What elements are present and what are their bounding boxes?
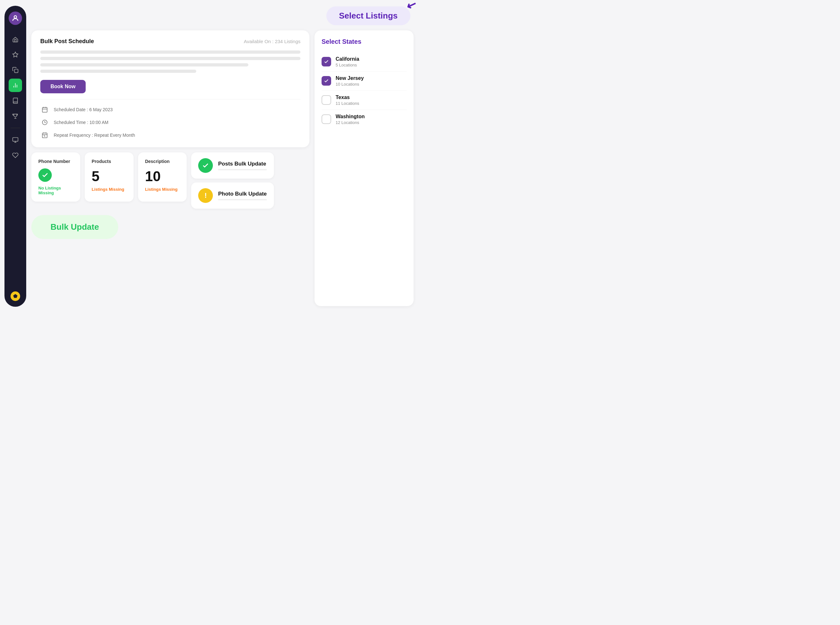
photo-bulk-update-sub [218, 199, 267, 201]
skeleton-line-1 [40, 50, 300, 54]
select-listings-pill: Select Listings ↙ [326, 6, 411, 25]
main-panel: Bulk Post Schedule Available On : 234 Li… [31, 30, 310, 306]
sidebar-item-chart[interactable] [9, 79, 22, 92]
repeat-icon [40, 131, 49, 140]
state-checkbox-washington[interactable] [322, 114, 331, 124]
posts-bulk-update-icon [198, 158, 213, 173]
photo-bulk-update-text: Photo Bulk Update [218, 191, 267, 201]
state-locations-california: 5 Locations [336, 63, 359, 67]
states-panel-title: Select States [322, 38, 407, 45]
photo-bulk-update-label: Photo Bulk Update [218, 191, 267, 197]
schedule-divider [40, 99, 300, 100]
stat-products-missing: Listings Missing [92, 187, 127, 192]
stat-card-phone: Phone Number No Listings Missing [31, 152, 80, 202]
stat-phone-check [38, 168, 52, 182]
stat-products-label: Products [92, 159, 127, 164]
clock-icon [40, 118, 49, 127]
exclamation-icon: ! [205, 191, 207, 200]
scheduled-time-label: Scheduled Time : 10:00 AM [54, 120, 108, 125]
bottom-row: Phone Number No Listings Missing Product… [31, 152, 310, 209]
scheduled-date-label: Scheduled Date : 6 May 2023 [54, 107, 112, 112]
available-on-label: Available On : 234 Listings [244, 39, 300, 44]
state-info-california: California 5 Locations [336, 56, 359, 67]
stat-phone-missing: No Listings Missing [38, 186, 73, 195]
sidebar-item-copy[interactable] [9, 63, 22, 77]
state-checkbox-california[interactable] [322, 57, 331, 67]
calendar-icon [40, 105, 49, 114]
skeleton-line-4 [40, 70, 196, 73]
state-name-california: California [336, 56, 359, 62]
posts-bulk-update-label: Posts Bulk Update [218, 161, 267, 167]
state-locations-new-jersey: 10 Locations [336, 82, 364, 87]
arrow-decoration: ↙ [405, 0, 418, 12]
svg-rect-10 [42, 107, 47, 112]
schedule-info: Scheduled Date : 6 May 2023 Scheduled Ti… [40, 105, 300, 140]
scheduled-time-item: Scheduled Time : 10:00 AM [40, 118, 300, 127]
stat-phone-label: Phone Number [38, 159, 73, 164]
select-listings-label: Select Listings [339, 11, 398, 20]
main-content: Select Listings ↙ Bulk Post Schedule Ava… [26, 0, 420, 312]
state-item-washington[interactable]: Washington 12 Locations [322, 110, 407, 129]
bulk-actions-panel: Posts Bulk Update ! Photo Bulk Update [191, 152, 274, 209]
sidebar-item-home[interactable] [9, 33, 22, 46]
sidebar-item-star[interactable] [9, 48, 22, 61]
right-panel: Select States California 5 Locations [314, 30, 414, 306]
sidebar-badge-diamond[interactable] [11, 291, 20, 301]
state-locations-texas: 11 Locations [336, 101, 359, 106]
repeat-frequency-label: Repeat Frequency : Repeat Every Month [54, 133, 135, 138]
state-item-new-jersey[interactable]: New Jersey 10 Locations [322, 71, 407, 90]
state-info-texas: Texas 11 Locations [336, 95, 359, 106]
state-info-new-jersey: New Jersey 10 Locations [336, 75, 364, 87]
posts-bulk-update-sub [218, 169, 267, 170]
sidebar-item-display[interactable] [9, 133, 22, 147]
state-checkbox-texas[interactable] [322, 95, 331, 105]
svg-marker-1 [13, 52, 18, 57]
photo-bulk-update-icon: ! [198, 188, 213, 203]
stat-description-missing: Listings Missing [145, 187, 180, 192]
sidebar-logo[interactable] [9, 11, 22, 25]
photo-bulk-update-card[interactable]: ! Photo Bulk Update [191, 182, 274, 209]
stat-card-products: Products 5 Listings Missing [85, 152, 134, 202]
skeleton-line-2 [40, 57, 300, 60]
state-locations-washington: 12 Locations [336, 120, 365, 125]
schedule-card-header: Bulk Post Schedule Available On : 234 Li… [40, 38, 300, 45]
svg-rect-6 [13, 138, 18, 141]
schedule-card: Bulk Post Schedule Available On : 234 Li… [31, 30, 310, 147]
skeleton-lines [40, 50, 300, 73]
stat-products-number: 5 [92, 168, 127, 184]
sidebar-item-book[interactable] [9, 94, 22, 107]
state-name-texas: Texas [336, 95, 359, 100]
svg-rect-2 [15, 69, 18, 73]
skeleton-line-3 [40, 63, 248, 67]
scheduled-date-item: Scheduled Date : 6 May 2023 [40, 105, 300, 114]
svg-point-0 [14, 16, 17, 18]
schedule-card-title: Bulk Post Schedule [40, 38, 94, 45]
bulk-update-button[interactable]: Bulk Update [31, 215, 118, 239]
state-info-washington: Washington 12 Locations [336, 114, 365, 125]
stats-row: Phone Number No Listings Missing Product… [31, 152, 187, 202]
sidebar-item-trophy[interactable] [9, 109, 22, 123]
stat-description-label: Description [145, 159, 180, 164]
sidebar-item-heart[interactable] [9, 149, 22, 162]
state-checkbox-new-jersey[interactable] [322, 76, 331, 86]
state-item-california[interactable]: California 5 Locations [322, 53, 407, 71]
repeat-frequency-item: Repeat Frequency : Repeat Every Month [40, 131, 300, 140]
states-card: Select States California 5 Locations [314, 30, 414, 306]
posts-bulk-update-card[interactable]: Posts Bulk Update [191, 152, 274, 179]
state-name-washington: Washington [336, 114, 365, 120]
select-listings-header: Select Listings ↙ [31, 6, 414, 25]
content-row: Bulk Post Schedule Available On : 234 Li… [31, 30, 414, 306]
state-item-texas[interactable]: Texas 11 Locations [322, 90, 407, 110]
svg-marker-9 [13, 294, 17, 298]
sidebar [5, 6, 26, 307]
book-now-button[interactable]: Book Now [40, 80, 86, 93]
sidebar-divider [11, 128, 20, 128]
state-name-new-jersey: New Jersey [336, 75, 364, 81]
posts-bulk-update-text: Posts Bulk Update [218, 161, 267, 170]
stat-card-description: Description 10 Listings Missing [138, 152, 187, 202]
svg-rect-15 [42, 133, 47, 138]
stat-description-number: 10 [145, 168, 180, 184]
